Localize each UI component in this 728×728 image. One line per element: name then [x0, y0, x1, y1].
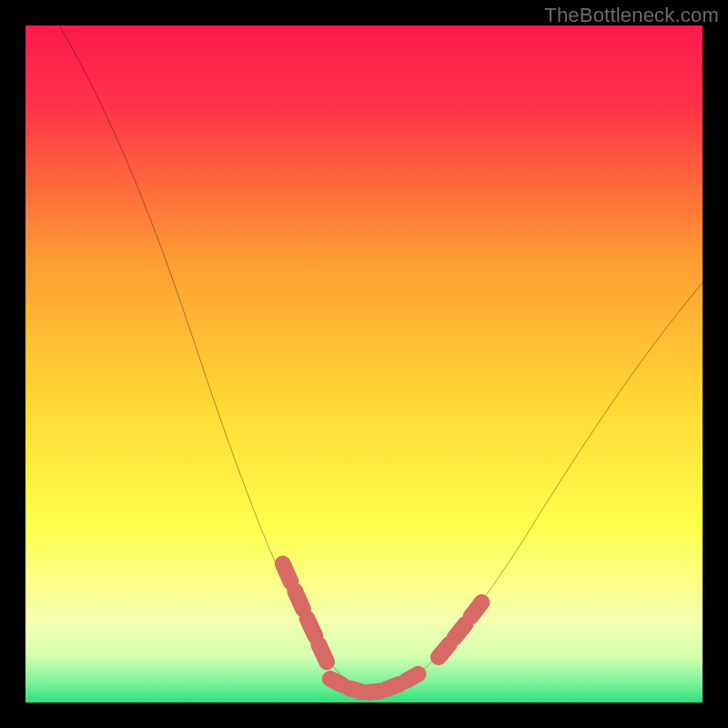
svg-line-7 [308, 619, 316, 636]
svg-line-8 [318, 644, 327, 662]
chart-background [25, 25, 703, 703]
svg-line-0 [330, 679, 342, 685]
svg-line-10 [455, 624, 466, 638]
svg-line-4 [406, 674, 418, 681]
svg-line-11 [471, 602, 482, 617]
chart-frame: TheBottleneck.com [0, 0, 728, 728]
svg-line-1 [349, 688, 361, 692]
watermark-text: TheBottleneck.com [544, 4, 719, 27]
svg-line-9 [439, 644, 450, 657]
svg-line-2 [368, 691, 379, 692]
svg-line-5 [283, 563, 291, 581]
svg-line-3 [387, 684, 399, 689]
svg-line-6 [295, 591, 303, 609]
bottleneck-chart [25, 25, 703, 703]
